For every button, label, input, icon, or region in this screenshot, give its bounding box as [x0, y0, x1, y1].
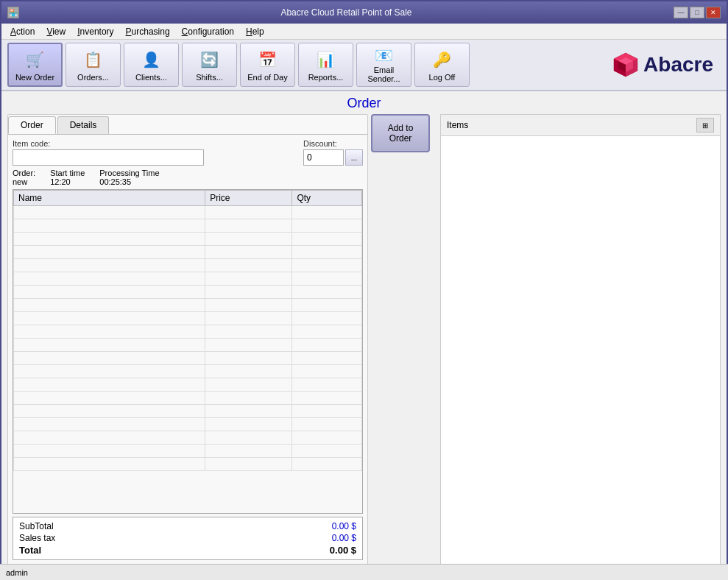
table-row — [14, 259, 362, 272]
clients-icon: 👤 — [140, 48, 163, 71]
table-row — [14, 445, 362, 458]
discount-input[interactable] — [303, 149, 344, 166]
log-off-button[interactable]: 🔑 Log Off — [414, 43, 470, 87]
menu-purchasing[interactable]: Purchasing — [120, 25, 176, 38]
app-icon: 🏪 — [7, 7, 19, 18]
table-row — [14, 286, 362, 299]
item-code-group: Item code: — [13, 139, 204, 166]
discount-group: Discount: ... — [303, 139, 363, 166]
menu-inventory[interactable]: Inventory — [71, 25, 119, 38]
table-row — [14, 233, 362, 246]
clients-button[interactable]: 👤 Clients... — [124, 43, 179, 87]
col-header-price: Price — [205, 191, 292, 206]
new-order-button[interactable]: 🛒 New Order — [7, 43, 63, 87]
menu-view[interactable]: View — [40, 25, 71, 38]
menu-bar: Action View Inventory Purchasing Configu… — [1, 24, 727, 40]
orders-icon: 📋 — [82, 48, 105, 71]
sales-tax-row: Sales tax 0.00 $ — [19, 532, 356, 544]
sales-tax-value: 0.00 $ — [332, 533, 356, 543]
order-table-body — [14, 206, 362, 471]
browse-button[interactable]: ... — [345, 149, 363, 166]
order-value: new — [13, 177, 35, 186]
log-off-icon: 🔑 — [431, 48, 454, 71]
add-to-order-area: Add to Order — [371, 114, 437, 565]
table-row — [14, 458, 362, 471]
email-sender-label: Email Sender... — [360, 66, 408, 83]
start-time-value: 12:20 — [50, 177, 85, 186]
col-header-qty: Qty — [292, 191, 362, 206]
reports-label: Reports... — [308, 73, 344, 82]
menu-action[interactable]: Action — [4, 25, 40, 38]
end-of-day-label: End of Day — [247, 73, 287, 82]
table-row — [14, 206, 362, 219]
shifts-button[interactable]: 🔄 Shifts... — [182, 43, 237, 87]
order-table-container: Name Price Qty — [13, 189, 363, 514]
menu-configuration[interactable]: Configuration — [176, 25, 240, 38]
end-of-day-icon: 📅 — [256, 48, 280, 71]
window-title: Abacre Cloud Retail Point of Sale — [19, 7, 674, 18]
totals-area: SubTotal 0.00 $ Sales tax 0.00 $ Total 0… — [13, 517, 363, 560]
maximize-button[interactable]: □ — [690, 7, 704, 18]
email-sender-icon: 📧 — [372, 46, 396, 64]
order-info: Order: new — [13, 169, 35, 186]
item-code-row: Item code: Discount: ... — [13, 139, 363, 166]
minimize-button[interactable]: — — [674, 7, 688, 18]
reports-button[interactable]: 📊 Reports... — [298, 43, 353, 87]
order-table: Name Price Qty — [13, 190, 362, 471]
total-label: Total — [19, 545, 41, 556]
tab-details[interactable]: Details — [57, 116, 110, 134]
tabs-container: Order Details — [8, 115, 367, 135]
item-code-input[interactable] — [13, 149, 204, 166]
table-row — [14, 219, 362, 233]
orders-label: Orders... — [77, 73, 109, 82]
close-button[interactable]: ✕ — [706, 7, 721, 18]
new-order-icon: 🛒 — [24, 48, 47, 71]
email-sender-button[interactable]: 📧 Email Sender... — [356, 43, 411, 87]
table-row — [14, 418, 362, 431]
orders-button[interactable]: 📋 Orders... — [66, 43, 121, 87]
items-header: Items ⊞ — [441, 115, 720, 136]
menu-help[interactable]: Help — [240, 25, 270, 38]
total-value: 0.00 $ — [330, 545, 356, 556]
window-controls: — □ ✕ — [674, 7, 721, 18]
page-title: Order — [1, 91, 727, 114]
table-row — [14, 392, 362, 405]
discount-label: Discount: — [303, 139, 363, 148]
table-row — [14, 405, 362, 418]
order-form: Item code: Discount: ... Order: — [8, 135, 367, 565]
end-of-day-button[interactable]: 📅 End of Day — [240, 43, 295, 87]
subtotal-row: SubTotal 0.00 $ — [19, 520, 356, 532]
processing-time-info: Processing Time 00:25:35 — [99, 169, 159, 186]
left-panel: Order Details Item code: Discount: ... — [7, 114, 368, 565]
total-row: Total 0.00 $ — [19, 544, 356, 556]
abacre-logo-icon — [611, 50, 640, 79]
add-to-order-button[interactable]: Add to Order — [371, 114, 430, 152]
processing-time-value: 00:25:35 — [99, 177, 159, 186]
table-row — [14, 246, 362, 259]
col-header-name: Name — [14, 191, 205, 206]
abacre-logo-text: Abacre — [643, 53, 713, 77]
toolbar: 🛒 New Order 📋 Orders... 👤 Clients... 🔄 S… — [1, 40, 727, 91]
table-row — [14, 352, 362, 365]
table-row — [14, 339, 362, 352]
table-row — [14, 365, 362, 378]
reports-icon: 📊 — [314, 48, 338, 71]
main-content: Order Order Details Item code: Discount: — [1, 91, 727, 565]
order-info-row: Order: new Start time 12:20 Processing T… — [13, 169, 363, 186]
items-content — [441, 136, 720, 565]
content-area: Order Details Item code: Discount: ... — [1, 114, 727, 565]
items-grid-button[interactable]: ⊞ — [696, 118, 714, 132]
order-label: Order: — [13, 169, 35, 177]
logo-area: Abacre — [611, 50, 721, 79]
item-code-label: Item code: — [13, 139, 204, 148]
start-time-info: Start time 12:20 — [50, 169, 85, 186]
tab-order[interactable]: Order — [8, 116, 56, 134]
new-order-label: New Order — [15, 73, 54, 82]
table-row — [14, 431, 362, 445]
items-label: Items — [447, 120, 468, 130]
clients-label: Clients... — [135, 73, 167, 82]
shifts-label: Shifts... — [196, 73, 223, 82]
log-off-label: Log Off — [429, 73, 456, 82]
status-user: admin — [6, 568, 28, 577]
table-row — [14, 378, 362, 392]
